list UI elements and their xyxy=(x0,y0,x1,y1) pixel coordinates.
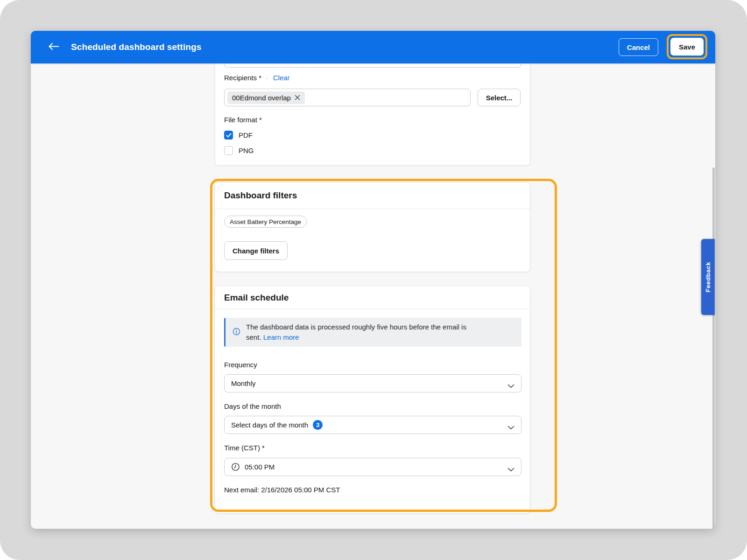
feedback-tab[interactable]: Feedback xyxy=(701,239,715,315)
dashboard-filters-title: Dashboard filters xyxy=(215,182,530,209)
email-schedule-card: Email schedule The dashboard data is pro… xyxy=(215,286,530,514)
filter-chip: Asset Battery Percentage xyxy=(224,216,307,228)
file-format-label: File format * xyxy=(224,116,262,124)
dashboard-filters-card: Dashboard filters Asset Battery Percenta… xyxy=(215,182,530,272)
clock-icon xyxy=(231,462,240,471)
recipients-label-row: Recipients * · Clear xyxy=(224,74,290,82)
back-button[interactable] xyxy=(48,42,60,53)
frequency-select[interactable]: Monthly xyxy=(224,374,521,392)
chevron-down-icon xyxy=(507,382,514,390)
pdf-checkbox[interactable] xyxy=(224,131,233,140)
chevron-down-icon xyxy=(507,423,514,431)
png-label: PNG xyxy=(239,147,254,154)
truncated-input[interactable] xyxy=(224,63,521,68)
info-line2: sent. xyxy=(246,333,261,341)
recipients-input[interactable]: 00Edmond overlap xyxy=(224,89,471,106)
days-of-month-select[interactable]: Select days of the month 3 xyxy=(224,416,521,434)
time-select[interactable]: 05:00 PM xyxy=(224,458,521,476)
time-label: Time (CST) * xyxy=(224,444,265,452)
png-checkbox[interactable] xyxy=(224,146,233,155)
change-filters-button[interactable]: Change filters xyxy=(224,241,288,260)
info-banner: The dashboard data is processed roughly … xyxy=(224,318,521,347)
save-highlight-ring: Save xyxy=(667,34,707,59)
format-row-png: PNG xyxy=(224,146,254,155)
info-line1: The dashboard data is processed roughly … xyxy=(246,323,466,331)
info-banner-text: The dashboard data is processed roughly … xyxy=(246,322,466,343)
next-email-text: Next email: 2/16/2026 05:00 PM CST xyxy=(224,486,340,494)
select-recipients-button[interactable]: Select... xyxy=(478,89,521,106)
scrollbar-thumb[interactable] xyxy=(712,168,715,529)
app-header: Scheduled dashboard settings Cancel Save xyxy=(31,31,715,63)
time-value: 05:00 PM xyxy=(245,463,275,471)
days-of-month-label: Days of the month xyxy=(224,402,281,410)
label-separator: · xyxy=(266,74,268,82)
pdf-label: PDF xyxy=(239,131,253,139)
app-window: Scheduled dashboard settings Cancel Save… xyxy=(31,31,715,529)
remove-recipient-icon[interactable] xyxy=(295,95,300,100)
clear-recipients-link[interactable]: Clear xyxy=(273,74,290,82)
frequency-value: Monthly xyxy=(231,379,256,387)
days-count-badge: 3 xyxy=(313,420,323,430)
learn-more-link[interactable]: Learn more xyxy=(263,333,299,341)
check-icon xyxy=(226,131,232,139)
recipient-chip-label: 00Edmond overlap xyxy=(232,94,291,102)
recipient-chip: 00Edmond overlap xyxy=(227,91,305,104)
info-icon xyxy=(233,328,240,337)
schedule-settings-card: Recipients * · Clear 00Edmond overlap Se… xyxy=(215,63,530,166)
page-title: Scheduled dashboard settings xyxy=(71,31,201,63)
feedback-tab-label: Feedback xyxy=(705,262,712,292)
arrow-left-icon xyxy=(48,45,59,52)
cancel-button[interactable]: Cancel xyxy=(619,38,658,56)
days-of-month-value: Select days of the month xyxy=(231,421,308,429)
save-button[interactable]: Save xyxy=(670,38,704,56)
chevron-down-icon xyxy=(507,465,514,473)
frequency-label: Frequency xyxy=(224,361,257,369)
format-row-pdf: PDF xyxy=(224,131,253,140)
email-schedule-title: Email schedule xyxy=(215,286,530,309)
recipients-label: Recipients * xyxy=(224,74,261,82)
